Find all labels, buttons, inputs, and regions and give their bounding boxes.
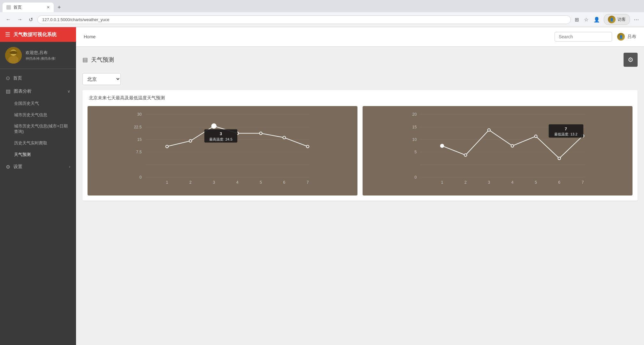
- charts-row: 30 22.5 15 7.5 0 1 2 3 4 5 6 7: [88, 106, 632, 195]
- svg-text:3: 3: [213, 180, 215, 185]
- new-tab-button[interactable]: +: [55, 3, 64, 12]
- high-temp-chart: 30 22.5 15 7.5 0 1 2 3 4 5 6 7: [88, 106, 357, 195]
- svg-point-51: [464, 154, 467, 156]
- svg-text:最低温度: 13.2: 最低温度: 13.2: [554, 132, 577, 136]
- sidebar: ☰ 天气数据可视化系统 欢迎您,吕布 神挡杀神,佛挡杀佛!: [0, 27, 76, 345]
- svg-text:5: 5: [414, 150, 417, 154]
- sidebar-item-settings-label: 设置: [13, 164, 22, 170]
- svg-text:15: 15: [137, 137, 142, 142]
- top-navigation: Home 👤 吕布: [76, 27, 644, 46]
- visit-label: 访客: [617, 17, 626, 22]
- sidebar-item-city-history[interactable]: 城市历史天气信息: [0, 109, 76, 121]
- svg-text:5: 5: [535, 180, 537, 185]
- svg-text:7: 7: [582, 180, 584, 185]
- browser-chrome: 首页 ✕ + ← → ↺ 127.0.0.1:5000/charts/weath…: [0, 0, 644, 27]
- svg-point-52: [488, 129, 490, 131]
- svg-text:4: 4: [236, 180, 239, 185]
- url-display: 127.0.0.1:5000/charts/weather_yuce: [42, 17, 109, 22]
- svg-text:7: 7: [307, 180, 309, 185]
- tab-favicon: [6, 5, 11, 10]
- page-content: ▤ 天气预测 ⚙ 北京 上海 广州 深圳 成都 北京未来七天最高及最低温度天气预…: [76, 46, 644, 345]
- menu-icon[interactable]: ☰: [5, 31, 10, 38]
- refresh-button[interactable]: ↺: [27, 15, 35, 24]
- svg-text:1: 1: [166, 180, 168, 185]
- svg-point-54: [534, 135, 537, 137]
- nav-link-home[interactable]: Home: [84, 32, 96, 42]
- sidebar-item-realtime[interactable]: 历史天气实时爬取: [0, 137, 76, 149]
- sidebar-item-charts-label: 图表分析: [14, 88, 32, 94]
- sidebar-title: 天气数据可视化系统: [13, 32, 57, 38]
- sidebar-user-section: 欢迎您,吕布 神挡杀神,佛挡杀佛!: [0, 42, 76, 69]
- svg-point-23: [189, 140, 192, 142]
- active-tab[interactable]: 首页 ✕: [3, 3, 54, 12]
- chart-panel-title: 北京未来七天最高及最低温度天气预测: [88, 95, 632, 101]
- svg-text:0: 0: [139, 175, 142, 180]
- top-nav-username: 吕布: [627, 34, 636, 40]
- user-welcome-label: 欢迎您,吕布: [26, 50, 71, 56]
- svg-point-55: [558, 157, 561, 160]
- city-selector-wrapper: 北京 上海 广州 深圳 成都: [82, 73, 638, 85]
- search-input[interactable]: [555, 32, 612, 42]
- page-header: ▤ 天气预测 ⚙: [82, 53, 638, 67]
- svg-text:4: 4: [511, 180, 514, 185]
- svg-point-26: [259, 132, 262, 134]
- avatar: [5, 47, 22, 64]
- profile-button[interactable]: 👤: [592, 15, 601, 24]
- high-temp-svg: 30 22.5 15 7.5 0 1 2 3 4 5 6 7: [93, 111, 352, 190]
- sidebar-navigation: ⊙ 首页 ▤ 图表分析 ∨ 全国历史天气 城市历史天气信息 城市历史天气信息(城…: [0, 69, 76, 345]
- svg-text:6: 6: [283, 180, 285, 185]
- more-button[interactable]: ⋯: [632, 15, 640, 24]
- chevron-down-icon: ∨: [67, 89, 70, 94]
- svg-text:5: 5: [260, 180, 262, 185]
- visit-button[interactable]: 👤 访客: [604, 14, 630, 25]
- low-temp-svg: 20 15 10 5 0 1 2 3 4 5 6 7: [368, 111, 627, 190]
- settings-gear-button[interactable]: ⚙: [624, 53, 638, 67]
- svg-text:30: 30: [137, 112, 142, 117]
- svg-point-22: [166, 145, 168, 148]
- user-info: 欢迎您,吕布 神挡杀神,佛挡杀佛!: [26, 50, 71, 61]
- sidebar-item-charts[interactable]: ▤ 图表分析 ∨: [0, 85, 76, 98]
- back-button[interactable]: ←: [4, 15, 13, 24]
- svg-point-27: [283, 136, 286, 139]
- svg-text:20: 20: [412, 112, 417, 117]
- svg-text:7: 7: [565, 127, 567, 131]
- chart-panel: 北京未来七天最高及最低温度天气预测 30: [82, 90, 638, 201]
- svg-text:7.5: 7.5: [136, 150, 142, 154]
- app-container: ☰ 天气数据可视化系统 欢迎您,吕布 神挡杀神,佛挡杀佛!: [0, 27, 644, 345]
- svg-text:22.5: 22.5: [134, 125, 142, 129]
- top-nav-user: 👤 吕布: [617, 33, 636, 41]
- svg-point-53: [511, 144, 514, 147]
- top-nav-links: Home: [84, 32, 96, 42]
- top-nav-avatar: 👤: [617, 33, 625, 41]
- sidebar-item-city-date[interactable]: 城市历史天气信息(城市+日期查询): [0, 121, 76, 137]
- svg-text:最高温度: 24.5: 最高温度: 24.5: [209, 137, 232, 141]
- user-slogan: 神挡杀神,佛挡杀佛!: [26, 56, 71, 61]
- home-icon: ⊙: [6, 75, 10, 81]
- favorites-button[interactable]: ☆: [583, 15, 590, 24]
- svg-text:2: 2: [189, 180, 192, 185]
- sidebar-header: ☰ 天气数据可视化系统: [0, 27, 76, 42]
- sidebar-item-home-label: 首页: [13, 75, 22, 81]
- svg-text:15: 15: [412, 125, 417, 129]
- tab-bar: 首页 ✕ +: [0, 0, 644, 12]
- extensions-button[interactable]: ⊞: [573, 15, 580, 24]
- tab-title: 首页: [13, 4, 22, 10]
- sidebar-item-national-history[interactable]: 全国历史天气: [0, 98, 76, 109]
- forward-button[interactable]: →: [15, 15, 24, 24]
- close-tab-button[interactable]: ✕: [47, 5, 50, 10]
- sidebar-item-home[interactable]: ⊙ 首页: [0, 72, 76, 85]
- city-select[interactable]: 北京 上海 广州 深圳 成都: [82, 73, 121, 85]
- browser-toolbar: ← → ↺ 127.0.0.1:5000/charts/weather_yuce…: [0, 12, 644, 27]
- svg-text:3: 3: [220, 132, 222, 136]
- svg-point-50: [441, 144, 444, 147]
- chevron-right-icon: ›: [69, 165, 70, 169]
- svg-point-2: [8, 56, 19, 64]
- browser-actions: ⊞ ☆ 👤 👤 访客 ⋯: [573, 14, 640, 25]
- address-bar[interactable]: 127.0.0.1:5000/charts/weather_yuce: [37, 15, 571, 24]
- sidebar-item-settings[interactable]: ⚙ 设置 ›: [0, 160, 76, 173]
- sidebar-item-forecast[interactable]: 天气预测: [0, 149, 76, 160]
- svg-text:6: 6: [558, 180, 560, 185]
- svg-text:2: 2: [464, 180, 467, 185]
- page-title: 天气预测: [91, 56, 114, 64]
- svg-point-24: [211, 124, 216, 128]
